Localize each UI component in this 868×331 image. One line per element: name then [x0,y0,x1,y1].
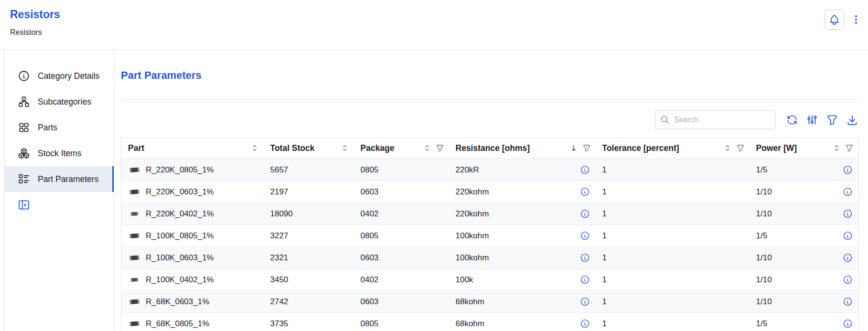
part-cell: R_68K_0805_1% [121,313,264,331]
info-icon[interactable] [580,231,590,241]
part-name[interactable]: R_68K_0603_1% [146,297,209,307]
part-name[interactable]: R_220K_0402_1% [146,209,214,219]
overflow-menu-button[interactable] [850,10,862,30]
part-thumbnail-icon[interactable] [128,254,140,262]
sidebar-item-label: Stock Items [38,149,81,159]
column-filter-icon[interactable] [582,144,591,152]
column-header-tolerance[interactable]: Tolerance [percent] [596,138,750,159]
info-icon[interactable] [580,275,590,285]
panel-content: Part Parameters [114,50,868,331]
info-icon[interactable] [843,165,853,175]
sidebar-item-part-parameters[interactable]: Part Parameters [5,166,114,192]
notifications-button[interactable] [824,10,844,30]
header-actions [824,10,862,30]
sort-icon[interactable] [341,144,349,152]
sort-icon[interactable] [250,144,259,152]
tolerance-value: 1 [602,253,607,262]
sidebar-item-parts[interactable]: Parts [5,115,114,140]
part-name[interactable]: R_100K_0805_1% [146,231,214,241]
header-text: Resistors Resistors [10,8,60,37]
part-thumbnail-icon[interactable] [128,166,140,174]
info-icon[interactable] [843,275,853,285]
dots-vertical-icon [850,14,862,25]
part-name[interactable]: R_100K_0603_1% [146,253,214,263]
info-icon[interactable] [580,187,590,197]
column-header-total-stock[interactable]: Total Stock [264,138,354,159]
part-name[interactable]: R_220K_0603_1% [146,187,214,197]
power-cell: 1/5 [750,313,859,331]
total-stock-cell: 2742 [264,291,354,313]
column-filter-icon[interactable] [436,144,444,152]
refresh-button[interactable] [786,114,798,126]
sort-icon[interactable] [723,144,732,152]
table-row[interactable]: R_100K_0603_1% 2321 0603 100kohm 1 1/10 [121,247,859,269]
part-thumbnail-icon[interactable] [129,277,139,283]
tolerance-value: 1 [602,187,607,196]
part-name[interactable]: R_68K_0805_1% [146,319,209,329]
column-label: Resistance [ohms] [456,143,530,153]
filter-funnel-icon [826,114,838,126]
column-header-part[interactable]: Part [121,138,264,159]
table-row[interactable]: R_220K_0603_1% 2197 0603 220kohm 1 1/10 [121,181,859,203]
package-cell: 0603 [354,291,449,313]
sort-desc-icon[interactable] [569,144,578,152]
page-body: Category Details Subcategories Parts Sto… [4,50,868,331]
info-icon[interactable] [580,165,590,175]
package-value: 0402 [361,209,379,218]
info-icon[interactable] [843,319,853,329]
panel-title: Part Parameters [121,69,858,82]
info-icon[interactable] [580,209,590,219]
sidebar-item-subcategories[interactable]: Subcategories [5,89,114,115]
info-icon[interactable] [843,297,853,307]
info-icon[interactable] [843,209,853,219]
column-settings-button[interactable] [806,114,818,126]
total-stock-value: 5657 [270,165,289,174]
tolerance-value: 1 [602,319,607,328]
info-icon[interactable] [843,231,853,241]
info-icon[interactable] [580,297,590,307]
part-name[interactable]: R_100K_0402_1% [146,275,214,285]
total-stock-value: 3735 [270,319,289,328]
sidebar-item-stock-items[interactable]: Stock Items [5,140,114,166]
sidebar-collapse-button[interactable] [18,199,30,211]
part-name[interactable]: R_220K_0805_1% [146,165,214,175]
adjustments-icon [806,114,818,126]
table-row[interactable]: R_100K_0805_1% 3227 0805 100kohm 1 1/5 [121,225,859,247]
power-cell: 1/10 [750,181,859,203]
sidebar-item-category-details[interactable]: Category Details [5,63,114,89]
column-header-resistance[interactable]: Resistance [ohms] [449,138,596,159]
info-icon[interactable] [580,319,590,329]
table-row[interactable]: R_100K_0402_1% 3450 0402 100k 1 1/10 [121,269,859,291]
column-filter-icon[interactable] [845,144,854,152]
filter-button[interactable] [826,114,838,126]
column-header-power[interactable]: Power [W] [750,138,859,159]
part-thumbnail-icon[interactable] [128,232,140,240]
sort-icon[interactable] [423,144,431,152]
package-value: 0805 [361,165,379,174]
package-value: 0805 [361,319,379,328]
info-icon[interactable] [580,253,590,263]
column-header-package[interactable]: Package [354,138,449,159]
part-thumbnail-icon[interactable] [128,320,140,328]
sort-icon[interactable] [832,144,841,152]
power-value: 1/10 [756,209,772,219]
package-cell: 0805 [354,313,449,331]
column-filter-icon[interactable] [736,144,745,152]
breadcrumb[interactable]: Resistors [10,28,60,37]
resistance-value: 220kR [456,165,479,175]
search-box [655,110,775,129]
table-row[interactable]: R_220K_0402_1% 18090 0402 220kohm 1 1/10 [121,203,859,225]
power-cell: 1/10 [750,269,859,291]
table-row[interactable]: R_68K_0805_1% 3735 0805 68kohm 1 1/5 [121,313,859,331]
info-icon[interactable] [843,253,853,263]
info-icon[interactable] [843,187,853,197]
table-row[interactable]: R_68K_0603_1% 2742 0603 68kohm 1 1/10 [121,291,859,313]
part-thumbnail-icon[interactable] [128,298,140,306]
part-thumbnail-icon[interactable] [128,188,140,196]
total-stock-value: 2742 [270,297,289,306]
part-cell: R_100K_0805_1% [121,225,264,247]
download-button[interactable] [846,114,858,126]
table-row[interactable]: R_220K_0805_1% 5657 0805 220kR 1 1/5 [121,159,859,181]
search-input[interactable] [655,110,775,129]
part-thumbnail-icon[interactable] [129,211,139,217]
